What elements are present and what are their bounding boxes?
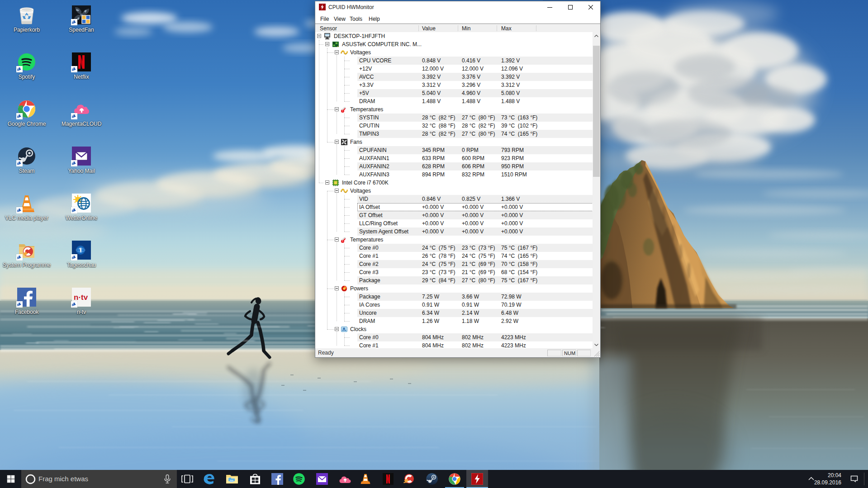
svg-text:n·tv: n·tv xyxy=(74,293,88,302)
